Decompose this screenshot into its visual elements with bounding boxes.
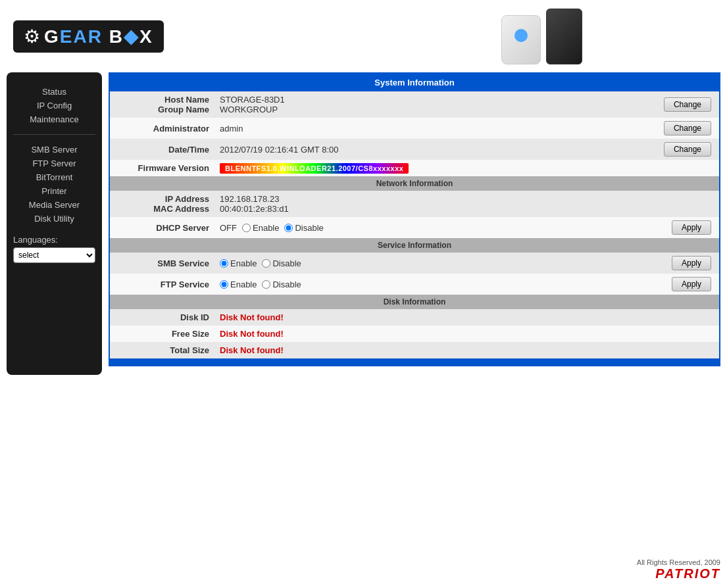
disk-id-row: Disk ID Disk Not found! (109, 309, 720, 326)
firmware-value: BLENNTFS1.0.WINLOADER21.2007/CS8xxxxxxx (220, 163, 409, 174)
languages-label: Languages: (13, 235, 58, 245)
smb-enable-radio[interactable] (220, 259, 228, 268)
sidebar-item-maintenance[interactable]: Maintenance (7, 112, 102, 126)
network-info-header: Network Information (109, 176, 720, 191)
free-size-label: Free Size (109, 326, 214, 342)
smb-disable-label[interactable]: Disable (262, 258, 301, 268)
smb-service-label: SMB Service (109, 253, 214, 274)
ftp-apply-button[interactable]: Apply (672, 277, 711, 291)
admin-value: admin (214, 118, 557, 139)
change-hostgroup-button[interactable]: Change (664, 97, 711, 112)
disk-id-label: Disk ID (109, 309, 214, 326)
ftp-enable-radio[interactable] (220, 280, 228, 289)
host-name-value: STORAGE-83D1 (220, 95, 285, 105)
sidebar: Status IP Config Maintenance SMB Server … (7, 72, 102, 375)
gear-icon: ⚙ (24, 26, 40, 47)
datetime-value: 2012/07/19 02:16:41 GMT 8:00 (214, 139, 557, 160)
disk-info-header: Disk Information (109, 295, 720, 309)
sidebar-item-smb-server[interactable]: SMB Server (7, 143, 102, 157)
patriot-brand: PATRIOT (655, 566, 720, 581)
ip-address-label: IP Address (165, 194, 209, 204)
admin-row: Administrator admin Change (109, 118, 720, 139)
dhcp-apply-button[interactable]: Apply (672, 220, 711, 235)
sidebar-item-media-server[interactable]: Media Server (7, 198, 102, 212)
ftp-disable-radio[interactable] (262, 280, 270, 289)
ip-address-value: 192.168.178.23 (220, 194, 279, 204)
dhcp-enable-text: Enable (253, 223, 279, 233)
dhcp-off-label: OFF (220, 223, 237, 233)
ftp-enable-text: Enable (230, 280, 257, 289)
sidebar-main-nav: Status IP Config Maintenance (7, 82, 102, 129)
smb-disable-text: Disable (272, 258, 301, 268)
dhcp-disable-label[interactable]: Disable (284, 223, 323, 233)
smb-enable-text: Enable (230, 258, 257, 268)
free-size-row: Free Size Disk Not found! (109, 326, 720, 342)
logo-area: ⚙ GEAR B◆X (13, 20, 164, 53)
system-info-header-row: System Information (109, 73, 720, 91)
smb-radio-group: Enable Disable (220, 258, 552, 268)
admin-label: Administrator (109, 118, 214, 139)
change-datetime-button[interactable]: Change (664, 142, 711, 157)
host-group-label: Host Name Group Name (109, 91, 214, 118)
system-info-header: System Information (109, 73, 720, 91)
language-select[interactable]: select English Chinese French German Spa… (13, 247, 95, 263)
smb-disable-radio[interactable] (262, 259, 270, 268)
bottom-bar-row (109, 358, 720, 366)
smb-service-value: Enable Disable (214, 253, 557, 274)
sidebar-item-status[interactable]: Status (7, 85, 102, 99)
total-size-value: Disk Not found! (214, 342, 720, 358)
disk-id-value: Disk Not found! (214, 309, 720, 326)
copyright: All Rights Reserved, 2009 (637, 558, 720, 566)
smb-apply-button[interactable]: Apply (672, 256, 711, 270)
dhcp-action: Apply (557, 217, 720, 238)
host-group-value: STORAGE-83D1 WORKGROUP (214, 91, 557, 118)
dhcp-disable-radio[interactable] (284, 224, 293, 232)
dhcp-disable-text: Disable (295, 223, 323, 233)
bottom-bar (109, 358, 720, 366)
smb-enable-label[interactable]: Enable (220, 258, 257, 268)
host-group-row: Host Name Group Name STORAGE-83D1 WORKGR… (109, 91, 720, 118)
logo-text: GEAR B◆X (44, 26, 153, 47)
ftp-enable-label[interactable]: Enable (220, 280, 257, 289)
content: System Information Host Name Group Name … (109, 72, 720, 375)
dhcp-value: OFF Enable Disable (214, 217, 557, 238)
ftp-disable-label[interactable]: Disable (262, 280, 301, 289)
mac-address-label: MAC Address (153, 204, 209, 214)
change-admin-button[interactable]: Change (664, 121, 711, 135)
dhcp-radio-group: OFF Enable Disable (220, 223, 552, 233)
service-info-header: Service Information (109, 238, 720, 253)
datetime-action: Change (557, 139, 720, 160)
free-size-value: Disk Not found! (214, 326, 720, 342)
dhcp-enable-radio[interactable] (242, 224, 251, 232)
datetime-row: Date/Time 2012/07/19 02:16:41 GMT 8:00 C… (109, 139, 720, 160)
ftp-radio-group: Enable Disable (220, 280, 552, 289)
device-white (501, 15, 541, 64)
ftp-action: Apply (557, 274, 720, 295)
sidebar-item-printer[interactable]: Printer (7, 184, 102, 198)
sidebar-divider (13, 134, 95, 135)
host-group-action: Change (557, 91, 720, 118)
smb-service-row: SMB Service Enable Disable Appl (109, 253, 720, 274)
sidebar-item-ftp-server[interactable]: FTP Server (7, 157, 102, 170)
ftp-service-row: FTP Service Enable Disable Appl (109, 274, 720, 295)
sidebar-item-ip-config[interactable]: IP Config (7, 99, 102, 112)
ip-mac-row: IP Address MAC Address 192.168.178.23 00… (109, 191, 720, 217)
host-name-label: Host Name (164, 95, 209, 105)
datetime-label: Date/Time (109, 139, 214, 160)
firmware-label: Firmware Version (109, 160, 214, 176)
sidebar-service-nav: SMB Server FTP Server BitTorrent Printer… (7, 140, 102, 228)
firmware-value-cell: BLENNTFS1.0.WINLOADER21.2007/CS8xxxxxxx (214, 160, 720, 176)
info-table: System Information Host Name Group Name … (109, 72, 720, 366)
sidebar-item-bittorrent[interactable]: BitTorrent (7, 170, 102, 184)
main-layout: Status IP Config Maintenance SMB Server … (0, 72, 727, 375)
device-black (546, 9, 582, 64)
dhcp-enable-label[interactable]: Enable (242, 223, 279, 233)
ftp-disable-text: Disable (272, 280, 301, 289)
mac-address-value: 00:40:01:2e:83:d1 (220, 204, 289, 214)
group-name-value: WORKGROUP (220, 105, 278, 114)
dhcp-label: DHCP Server (109, 217, 214, 238)
sidebar-item-disk-utility[interactable]: Disk Utility (7, 212, 102, 226)
network-info-header-row: Network Information (109, 176, 720, 191)
ftp-service-value: Enable Disable (214, 274, 557, 295)
total-size-row: Total Size Disk Not found! (109, 342, 720, 358)
